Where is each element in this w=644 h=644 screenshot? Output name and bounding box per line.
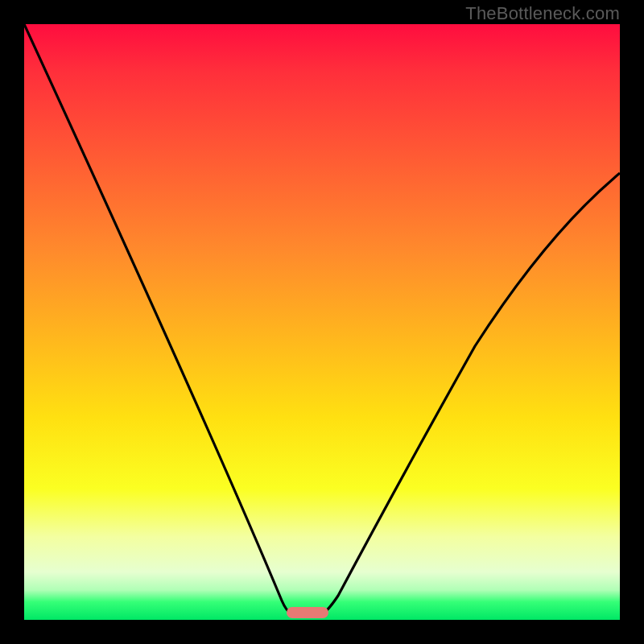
plot-area bbox=[24, 24, 620, 620]
watermark-text: TheBottleneck.com bbox=[465, 3, 620, 24]
chart-frame: TheBottleneck.com bbox=[0, 0, 644, 644]
curve-left bbox=[24, 24, 291, 613]
bottleneck-marker bbox=[287, 607, 328, 618]
curve-right bbox=[323, 173, 620, 613]
curve-layer bbox=[24, 24, 620, 620]
